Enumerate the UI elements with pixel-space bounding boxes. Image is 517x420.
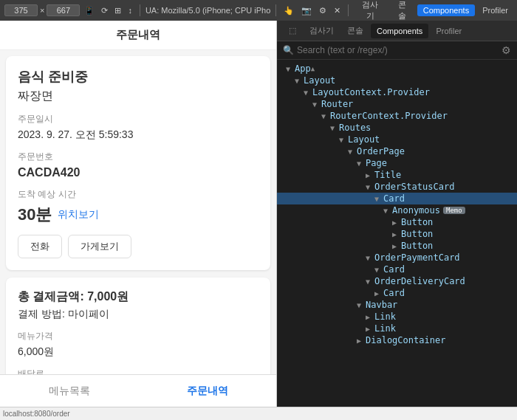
tree-orderpaymentcard[interactable]: ▼ OrderPaymentCard — [277, 252, 517, 264]
settings-btn[interactable]: ⚙ — [317, 5, 329, 16]
payment-method: 결제 방법: 마이페이 — [18, 308, 258, 321]
arrival-time: 30분 — [18, 204, 52, 226]
devtools-inspect-label-tab[interactable]: 검사기 — [304, 22, 340, 39]
components-tab-btn[interactable]: Components — [417, 4, 475, 16]
divider3 — [348, 4, 349, 16]
divider2 — [275, 4, 276, 16]
menu-price-value: 6,000원 — [18, 345, 258, 359]
delivery-fee-label: 배달료 — [18, 368, 258, 374]
tree-router[interactable]: ▼ Router — [277, 98, 517, 110]
ua-prefix: UA: Mozilla/5.0 (iPhone; CPU iPho — [145, 6, 270, 15]
tree-card2[interactable]: ▼ Card — [277, 264, 517, 275]
payment-card: 총 결제금액: 7,000원 결제 방법: 마이페이 메뉴가격 6,000원 배… — [6, 278, 270, 374]
component-tree[interactable]: ▼ App ▲ ▼ Layout ▼ LayoutContext.Provide… — [277, 60, 517, 407]
profiler-tab-btn[interactable]: Profiler — [478, 4, 513, 16]
tree-card[interactable]: ▼ Card — [277, 193, 517, 204]
order-status-card: 음식 준비중 짜장면 주문일시 2023. 9. 27. 오전 5:59:33 … — [6, 56, 270, 270]
viewport-height-input[interactable] — [47, 4, 80, 16]
main-area: 주문내역 음식 준비중 짜장면 주문일시 2023. 9. 27. 오전 5:5… — [0, 21, 517, 407]
store-btn[interactable]: 가게보기 — [68, 235, 131, 258]
phone-content[interactable]: 음식 준비중 짜장면 주문일시 2023. 9. 27. 오전 5:59:33 … — [0, 50, 276, 374]
devtools-components-tab[interactable]: Components — [371, 24, 428, 38]
devtools-profiler-tab[interactable]: Profiler — [430, 24, 468, 38]
date-value: 2023. 9. 27. 오전 5:59:33 — [18, 128, 258, 142]
tree-layout[interactable]: ▼ Layout — [277, 75, 517, 86]
viewport-separator: × — [40, 6, 44, 15]
date-label: 주문일시 — [18, 113, 258, 125]
bottom-nav: 메뉴목록 주문내역 — [0, 374, 276, 407]
devtools-console-tab[interactable]: 콘솔 — [341, 22, 369, 39]
page-title: 주문내역 — [116, 28, 160, 41]
order-num-value: CACDA420 — [18, 166, 258, 179]
devtools-search-bar: 🔍 ⚙ — [277, 41, 517, 60]
screenshot-btn[interactable]: 📷 — [299, 5, 314, 16]
location-btn[interactable]: 위치보기 — [58, 208, 99, 221]
divider1 — [140, 4, 140, 16]
inspector-tab[interactable]: 검사기 — [354, 0, 386, 23]
arrival-label: 도착 예상 시간 — [18, 188, 258, 201]
tree-routes[interactable]: ▼ Routes — [277, 122, 517, 134]
responsive-mode-btn[interactable]: 📱 — [82, 5, 97, 16]
tree-layout2[interactable]: ▼ Layout — [277, 134, 517, 145]
nav-order-item[interactable]: 주문내역 — [138, 385, 276, 398]
phone-btn[interactable]: 전화 — [18, 235, 62, 258]
viewport-controls: × 📱 ⟳ ⊞ ↕ — [4, 4, 134, 16]
throttle-btn[interactable]: ↕ — [126, 5, 134, 16]
ua-section: UA: Mozilla/5.0 (iPhone; CPU iPho — [145, 6, 270, 15]
tree-button3[interactable]: ▶ Button — [277, 240, 517, 252]
status-bar: localhost:8080/order — [0, 407, 517, 420]
browser-toolbar: × 📱 ⟳ ⊞ ↕ UA: Mozilla/5.0 (iPhone; CPU i… — [0, 0, 517, 21]
devtools-inspect-icon: ⬚ — [289, 26, 296, 35]
memo-badge: Memo — [443, 207, 465, 214]
tree-anonymous[interactable]: ▼ Anonymous Memo — [277, 204, 517, 216]
viewport-width-input[interactable] — [4, 4, 38, 16]
phone-panel: 주문내역 음식 준비중 짜장면 주문일시 2023. 9. 27. 오전 5:5… — [0, 21, 277, 407]
page-title-bar: 주문내역 — [0, 21, 276, 50]
close-responsive-btn[interactable]: ✕ — [332, 5, 343, 16]
menu-price-label: 메뉴가격 — [18, 330, 258, 342]
tree-orderstatuscard[interactable]: ▼ OrderStatusCard — [277, 181, 517, 193]
url-display: localhost:8080/order — [3, 410, 70, 418]
tree-title[interactable]: ▶ Title — [277, 169, 517, 181]
devtools-panel: ⬚ 검사기 콘솔 Components Profiler 🔍 ⚙ ▼ App ▲ — [277, 21, 517, 407]
tree-orderpage[interactable]: ▼ OrderPage — [277, 145, 517, 157]
action-btns: 전화 가게보기 — [18, 235, 258, 258]
search-input[interactable] — [297, 45, 499, 55]
tree-dialogcontainer[interactable]: ▶ DialogContainer — [277, 334, 517, 346]
search-icon: 🔍 — [283, 45, 294, 55]
tree-routercontext[interactable]: ▼ RouterContext.Provider — [277, 110, 517, 122]
tree-card3[interactable]: ▶ Card — [277, 287, 517, 299]
arrival-row: 30분 위치보기 — [18, 204, 258, 226]
tree-page[interactable]: ▼ Page — [277, 157, 517, 169]
payment-title: 총 결제금액: 7,000원 — [18, 289, 258, 305]
tree-navbar[interactable]: ▼ Navbar — [277, 299, 517, 311]
rotate-btn[interactable]: ⟳ — [99, 5, 110, 16]
order-num-label: 주문번호 — [18, 151, 258, 163]
tree-link1[interactable]: ▶ Link — [277, 311, 517, 323]
tree-button2[interactable]: ▶ Button — [277, 228, 517, 240]
order-item-text: 짜장면 — [18, 89, 258, 104]
tree-link2[interactable]: ▶ Link — [277, 323, 517, 334]
tree-orderdeliverycard[interactable]: ▼ OrderDeliveryCard — [277, 275, 517, 287]
order-status-text: 음식 준비중 — [18, 68, 258, 86]
tree-layoutcontext[interactable]: ▼ LayoutContext.Provider — [277, 86, 517, 98]
nav-menu-item[interactable]: 메뉴목록 — [0, 385, 138, 398]
devtools-tabs: ⬚ 검사기 콘솔 Components Profiler — [277, 21, 517, 41]
tree-button1[interactable]: ▶ Button — [277, 216, 517, 228]
devtools-settings-btn[interactable]: ⚙ — [501, 44, 511, 56]
console-tab-btn[interactable]: 콘솔 — [389, 0, 414, 23]
tree-app[interactable]: ▼ App ▲ — [277, 63, 517, 75]
dpr-btn[interactable]: ⊞ — [112, 5, 123, 16]
devtools-inspect-tab[interactable]: ⬚ — [283, 23, 302, 38]
touch-btn[interactable]: 👆 — [281, 5, 296, 16]
